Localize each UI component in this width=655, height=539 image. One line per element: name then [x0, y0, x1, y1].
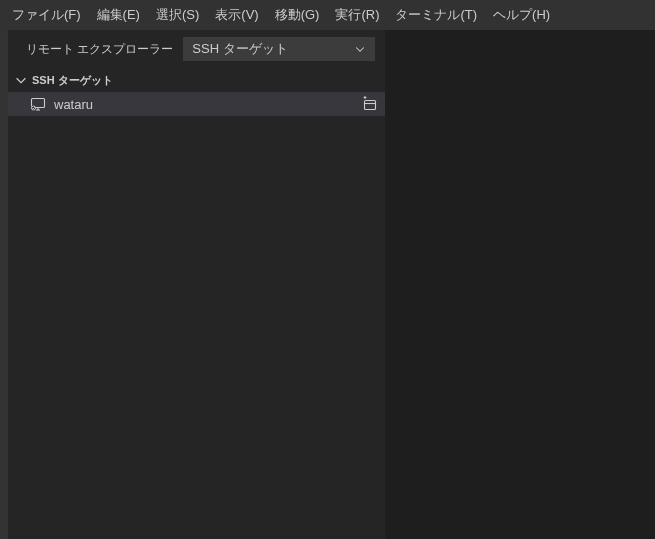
dropdown-selected-value: SSH ターゲット — [192, 40, 287, 58]
menu-go[interactable]: 移動(G) — [267, 0, 328, 30]
body-area: リモート エクスプローラー SSH ターゲット SSH ターゲット — [0, 30, 655, 539]
chevron-down-icon — [14, 73, 28, 87]
menu-terminal[interactable]: ターミナル(T) — [387, 0, 485, 30]
svg-rect-3 — [365, 101, 376, 110]
menu-edit[interactable]: 編集(E) — [89, 0, 148, 30]
menu-view[interactable]: 表示(V) — [207, 0, 266, 30]
chevron-down-icon — [354, 43, 366, 55]
menu-help[interactable]: ヘルプ(H) — [485, 0, 558, 30]
ssh-target-item[interactable]: wataru — [8, 92, 385, 116]
editor-area — [385, 30, 655, 539]
menu-run[interactable]: 実行(R) — [327, 0, 387, 30]
remote-monitor-icon — [30, 96, 46, 112]
menu-selection[interactable]: 選択(S) — [148, 0, 207, 30]
explorer-title-label: リモート エクスプローラー — [26, 41, 173, 58]
activity-bar — [0, 30, 8, 539]
target-type-dropdown[interactable]: SSH ターゲット — [183, 37, 375, 61]
new-window-icon[interactable] — [361, 96, 377, 112]
ssh-target-name: wataru — [54, 97, 353, 112]
menu-file[interactable]: ファイル(F) — [4, 0, 89, 30]
section-title: SSH ターゲット — [32, 73, 113, 88]
remote-explorer-sidebar: リモート エクスプローラー SSH ターゲット SSH ターゲット — [8, 30, 385, 539]
explorer-header: リモート エクスプローラー SSH ターゲット — [8, 30, 385, 68]
menubar: ファイル(F) 編集(E) 選択(S) 表示(V) 移動(G) 実行(R) ター… — [0, 0, 655, 30]
ssh-targets-section-header[interactable]: SSH ターゲット — [8, 68, 385, 92]
